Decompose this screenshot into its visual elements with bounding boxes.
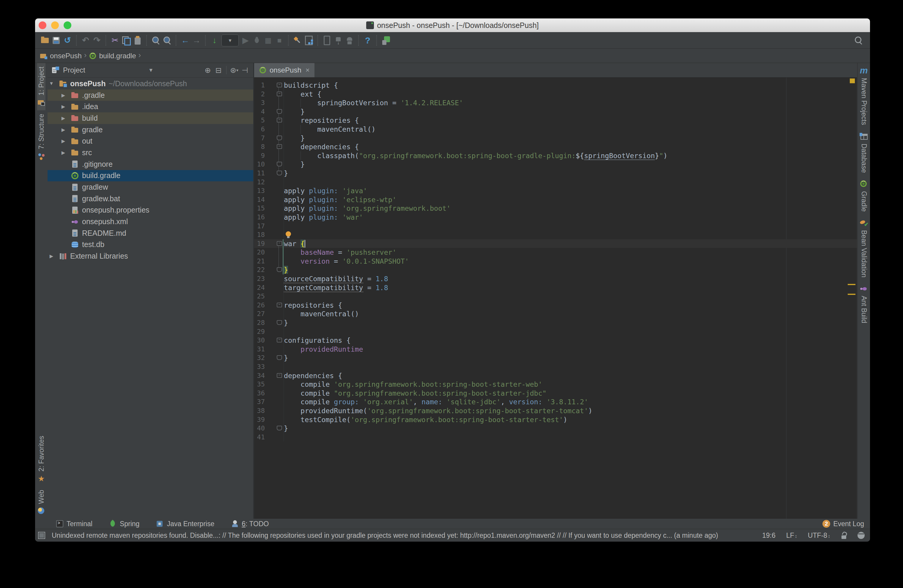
code-line[interactable]: 22} bbox=[254, 266, 857, 274]
code-line[interactable]: 6 mavenCentral() bbox=[254, 125, 857, 134]
tree-item--gradle[interactable]: ▶.gradle bbox=[47, 90, 253, 101]
code-line[interactable]: 7 } bbox=[254, 134, 857, 143]
code-line[interactable]: 38 providedRuntime('org.springframework.… bbox=[254, 406, 857, 415]
code-line[interactable]: 18 bbox=[254, 230, 857, 239]
editor-body[interactable]: 1−buildscript {2− ext {3 springBootVersi… bbox=[254, 78, 857, 519]
fold-marker-icon[interactable]: − bbox=[277, 83, 282, 87]
code-line[interactable]: 10 } bbox=[254, 160, 857, 169]
tree-item-readme-md[interactable]: README.md bbox=[47, 227, 253, 239]
code-line[interactable]: 36 compile "org.springframework.boot:spr… bbox=[254, 389, 857, 398]
status-message[interactable]: Unindexed remote maven repositories foun… bbox=[52, 531, 753, 539]
tree-item-gradle[interactable]: ▶gradle bbox=[47, 124, 253, 135]
forward-icon[interactable]: → bbox=[191, 35, 202, 46]
line-ending-widget[interactable]: LF↕ bbox=[786, 531, 797, 539]
save-icon[interactable] bbox=[50, 35, 62, 46]
code-line[interactable]: 27 mavenCentral() bbox=[254, 310, 857, 318]
search-icon[interactable] bbox=[853, 35, 864, 46]
stop-icon[interactable]: ■ bbox=[274, 35, 285, 46]
fold-marker-icon[interactable]: − bbox=[277, 241, 282, 246]
code-line[interactable]: 29 bbox=[254, 327, 857, 336]
code-line[interactable]: 32} bbox=[254, 354, 857, 362]
fold-marker-icon[interactable] bbox=[277, 162, 282, 167]
tree-collapsed-arrow-icon[interactable]: ▶ bbox=[60, 93, 67, 98]
code-line[interactable]: 28} bbox=[254, 318, 857, 327]
encoding-widget[interactable]: UTF-8↕ bbox=[808, 531, 830, 539]
fold-marker-icon[interactable]: − bbox=[277, 338, 282, 343]
phone-icon[interactable] bbox=[321, 35, 333, 46]
editor-tab-onsepush[interactable]: onsePush × bbox=[254, 63, 315, 77]
fold-marker-icon[interactable] bbox=[277, 109, 282, 114]
code-line[interactable]: 19−war { bbox=[254, 239, 857, 248]
sdk-icon[interactable] bbox=[333, 35, 344, 46]
tree-item-onsepush[interactable]: ▼onsePush ~/Downloads/onsePush bbox=[47, 78, 253, 90]
tree-item--gitignore[interactable]: .gitignore bbox=[47, 159, 253, 170]
update-icon[interactable]: ↓ bbox=[209, 35, 220, 46]
code-line[interactable]: 12 bbox=[254, 178, 857, 187]
code-line[interactable]: 16apply plugin: 'war' bbox=[254, 213, 857, 222]
hide-panel-button[interactable]: ⊣ bbox=[239, 65, 250, 75]
runcfg-icon[interactable]: ▾ bbox=[222, 35, 239, 46]
code-line[interactable]: 34−dependencies { bbox=[254, 371, 857, 380]
tool-window-button-2-favorites[interactable]: 2: Favorites★ bbox=[37, 432, 46, 486]
tree-collapsed-arrow-icon[interactable]: ▶ bbox=[60, 104, 67, 109]
tree-collapsed-arrow-icon[interactable]: ▶ bbox=[60, 150, 67, 156]
code-line[interactable]: 41 bbox=[254, 433, 857, 442]
tool-window-button-1-project[interactable]: 1: Project bbox=[37, 63, 46, 110]
tree-collapsed-arrow-icon[interactable]: ▶ bbox=[60, 127, 67, 132]
fold-marker-icon[interactable]: − bbox=[277, 118, 282, 123]
fold-marker-icon[interactable] bbox=[277, 135, 282, 140]
fold-marker-icon[interactable] bbox=[277, 320, 282, 325]
fold-marker-icon[interactable] bbox=[277, 171, 282, 175]
undo-icon[interactable]: ↶ bbox=[80, 35, 91, 46]
code-line[interactable]: 5− repositories { bbox=[254, 116, 857, 125]
redo-icon[interactable]: ↷ bbox=[91, 35, 102, 46]
tool-window-button-spring[interactable]: Spring bbox=[109, 520, 139, 528]
tool-window-switcher-icon[interactable] bbox=[38, 532, 45, 539]
close-tab-icon[interactable]: × bbox=[305, 66, 310, 74]
code-line[interactable]: 8− dependencies { bbox=[254, 142, 857, 151]
locate-file-button[interactable]: ⊕ bbox=[203, 65, 213, 75]
tool-window-button-java-enterprise[interactable]: Java Enterprise bbox=[156, 520, 214, 528]
code-line[interactable]: 9 classpath("org.springframework.boot:sp… bbox=[254, 151, 857, 160]
fold-marker-icon[interactable]: − bbox=[277, 373, 282, 378]
code-line[interactable]: 37 compile group: 'org.xerial', name: 's… bbox=[254, 398, 857, 406]
code-line[interactable]: 24targetCompatibility = 1.8 bbox=[254, 283, 857, 292]
intention-lightbulb-icon[interactable] bbox=[286, 231, 291, 237]
unlock-icon[interactable] bbox=[841, 532, 847, 539]
debug-icon[interactable] bbox=[251, 35, 263, 46]
collapse-all-button[interactable]: ⊟ bbox=[213, 65, 224, 75]
code-line[interactable]: 30−configurations { bbox=[254, 336, 857, 345]
tree-item-onsepush-xml[interactable]: onsepush.xml bbox=[47, 216, 253, 227]
code-line[interactable]: 15apply plugin: 'org.springframework.boo… bbox=[254, 204, 857, 213]
tree-expanded-arrow-icon[interactable]: ▼ bbox=[47, 81, 55, 86]
structure-icon[interactable] bbox=[303, 35, 315, 46]
code-line[interactable]: 40} bbox=[254, 424, 857, 433]
tool-window-button-maven-projects[interactable]: mMaven Projects bbox=[860, 63, 868, 129]
fold-marker-icon[interactable]: − bbox=[277, 91, 282, 96]
caret-position-widget[interactable]: 19:6 bbox=[762, 531, 776, 539]
close-window-button[interactable] bbox=[39, 21, 46, 29]
fold-marker-icon[interactable]: − bbox=[277, 144, 282, 149]
avd-icon[interactable] bbox=[344, 35, 355, 46]
tool-window-button-6-todo[interactable]: 6: TODO bbox=[231, 520, 269, 528]
back-icon[interactable]: ← bbox=[179, 35, 191, 46]
tree-item-gradlew[interactable]: gradlew bbox=[47, 181, 253, 193]
tree-item-build-gradle[interactable]: build.gradle bbox=[47, 170, 253, 182]
code-line[interactable]: 21 version = '0.0.1-SNAPSHOT' bbox=[254, 257, 857, 266]
breadcrumb-item-onsePush[interactable]: onsePush bbox=[40, 52, 82, 60]
find-icon[interactable] bbox=[150, 35, 161, 46]
tree-item-gradlew-bat[interactable]: gradlew.bat bbox=[47, 193, 253, 204]
help-icon[interactable]: ? bbox=[362, 35, 373, 46]
chip-icon[interactable] bbox=[380, 35, 392, 46]
coverage-icon[interactable]: ▦ bbox=[263, 35, 274, 46]
hector-inspector-icon[interactable] bbox=[857, 532, 865, 539]
code-line[interactable]: 4 } bbox=[254, 107, 857, 116]
tree-item-external-libraries[interactable]: ▶External Libraries bbox=[47, 250, 253, 262]
code-line[interactable]: 1−buildscript { bbox=[254, 81, 857, 90]
tool-window-button-7-structure[interactable]: 7: Structure bbox=[37, 110, 46, 164]
code-line[interactable]: 20 baseName = 'pushserver' bbox=[254, 248, 857, 257]
code-line[interactable]: 33 bbox=[254, 362, 857, 371]
tool-window-button-terminal[interactable]: Terminal bbox=[56, 520, 93, 528]
code-line[interactable]: 13apply plugin: 'java' bbox=[254, 186, 857, 195]
tree-collapsed-arrow-icon[interactable]: ▶ bbox=[47, 253, 55, 259]
